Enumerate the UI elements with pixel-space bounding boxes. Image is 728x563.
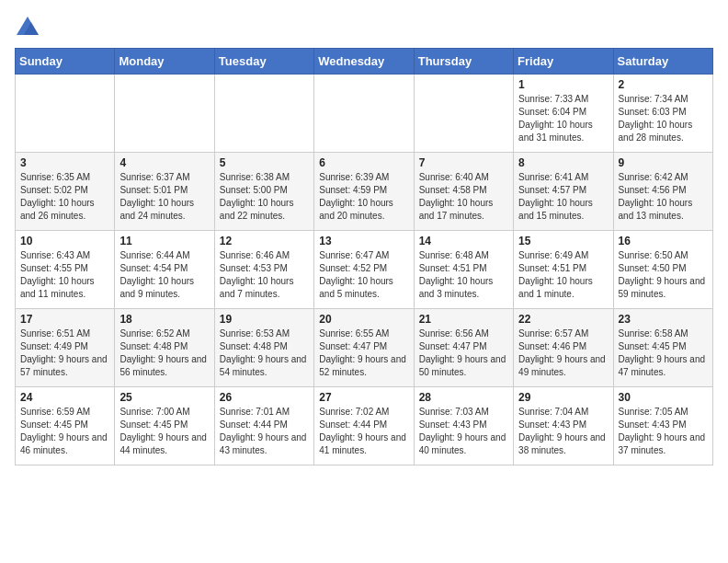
day-number: 26	[220, 391, 309, 404]
day-number: 1	[518, 78, 608, 91]
day-info: Sunrise: 6:48 AM Sunset: 4:51 PM Dayligh…	[419, 249, 508, 301]
day-info: Sunrise: 7:05 AM Sunset: 4:43 PM Dayligh…	[619, 406, 708, 457]
calendar-cell: 27Sunrise: 7:02 AM Sunset: 4:44 PM Dayli…	[314, 387, 414, 465]
day-info: Sunrise: 6:55 AM Sunset: 4:47 PM Dayligh…	[319, 327, 408, 379]
day-info: Sunrise: 6:58 AM Sunset: 4:45 PM Dayligh…	[619, 327, 708, 379]
calendar-cell: 30Sunrise: 7:05 AM Sunset: 4:43 PM Dayli…	[613, 387, 712, 465]
calendar-cell: 11Sunrise: 6:44 AM Sunset: 4:54 PM Dayli…	[115, 231, 214, 309]
calendar-cell: 6Sunrise: 6:39 AM Sunset: 4:59 PM Daylig…	[314, 153, 414, 231]
calendar-cell: 28Sunrise: 7:03 AM Sunset: 4:43 PM Dayli…	[414, 387, 513, 465]
calendar-cell	[16, 75, 115, 153]
day-number: 16	[619, 235, 708, 247]
calendar-cell: 18Sunrise: 6:52 AM Sunset: 4:48 PM Dayli…	[115, 309, 214, 387]
day-number: 12	[220, 235, 309, 247]
day-number: 28	[419, 391, 508, 404]
day-info: Sunrise: 6:50 AM Sunset: 4:50 PM Dayligh…	[619, 249, 708, 301]
calendar-cell: 20Sunrise: 6:55 AM Sunset: 4:47 PM Dayli…	[314, 309, 414, 387]
calendar-cell: 23Sunrise: 6:58 AM Sunset: 4:45 PM Dayli…	[613, 309, 712, 387]
calendar-cell: 21Sunrise: 6:56 AM Sunset: 4:47 PM Dayli…	[414, 309, 513, 387]
day-info: Sunrise: 6:53 AM Sunset: 4:48 PM Dayligh…	[220, 327, 309, 379]
calendar-cell: 2Sunrise: 7:34 AM Sunset: 6:03 PM Daylig…	[613, 75, 712, 153]
day-number: 25	[119, 391, 209, 404]
day-info: Sunrise: 7:33 AM Sunset: 6:04 PM Dayligh…	[518, 93, 608, 144]
day-info: Sunrise: 6:52 AM Sunset: 4:48 PM Dayligh…	[119, 327, 209, 379]
day-info: Sunrise: 6:46 AM Sunset: 4:53 PM Dayligh…	[220, 249, 309, 301]
header-day-tuesday: Tuesday	[214, 49, 313, 75]
calendar-cell: 4Sunrise: 6:37 AM Sunset: 5:01 PM Daylig…	[115, 153, 214, 231]
day-number: 18	[119, 313, 209, 326]
day-number: 17	[20, 313, 109, 326]
day-info: Sunrise: 6:57 AM Sunset: 4:46 PM Dayligh…	[518, 327, 608, 379]
header-day-sunday: Sunday	[16, 49, 115, 75]
calendar-week-row: 24Sunrise: 6:59 AM Sunset: 4:45 PM Dayli…	[16, 387, 713, 465]
day-number: 10	[20, 235, 109, 247]
header-day-wednesday: Wednesday	[314, 49, 414, 75]
calendar-week-row: 10Sunrise: 6:43 AM Sunset: 4:55 PM Dayli…	[16, 231, 713, 309]
calendar-cell: 19Sunrise: 6:53 AM Sunset: 4:48 PM Dayli…	[214, 309, 313, 387]
day-number: 19	[220, 313, 309, 326]
calendar-cell	[314, 75, 414, 153]
calendar-cell: 26Sunrise: 7:01 AM Sunset: 4:44 PM Dayli…	[214, 387, 313, 465]
header-day-saturday: Saturday	[613, 49, 712, 75]
calendar-cell: 7Sunrise: 6:40 AM Sunset: 4:58 PM Daylig…	[414, 153, 513, 231]
day-number: 13	[319, 235, 408, 247]
calendar-cell: 22Sunrise: 6:57 AM Sunset: 4:46 PM Dayli…	[514, 309, 613, 387]
day-info: Sunrise: 7:02 AM Sunset: 4:44 PM Dayligh…	[319, 406, 408, 457]
day-info: Sunrise: 6:44 AM Sunset: 4:54 PM Dayligh…	[119, 249, 209, 301]
day-number: 8	[518, 156, 608, 169]
logo	[15, 15, 44, 40]
header-day-thursday: Thursday	[414, 49, 513, 75]
day-number: 2	[619, 78, 708, 91]
day-info: Sunrise: 6:38 AM Sunset: 5:00 PM Dayligh…	[220, 171, 309, 223]
calendar-cell: 1Sunrise: 7:33 AM Sunset: 6:04 PM Daylig…	[514, 75, 613, 153]
calendar-cell: 25Sunrise: 7:00 AM Sunset: 4:45 PM Dayli…	[115, 387, 214, 465]
day-info: Sunrise: 7:03 AM Sunset: 4:43 PM Dayligh…	[419, 406, 508, 457]
calendar-cell: 10Sunrise: 6:43 AM Sunset: 4:55 PM Dayli…	[16, 231, 115, 309]
day-number: 24	[20, 391, 109, 404]
calendar-cell: 9Sunrise: 6:42 AM Sunset: 4:56 PM Daylig…	[613, 153, 712, 231]
day-number: 23	[619, 313, 708, 326]
day-info: Sunrise: 6:37 AM Sunset: 5:01 PM Dayligh…	[119, 171, 209, 223]
calendar-cell: 17Sunrise: 6:51 AM Sunset: 4:49 PM Dayli…	[16, 309, 115, 387]
day-info: Sunrise: 6:47 AM Sunset: 4:52 PM Dayligh…	[319, 249, 408, 301]
calendar-week-row: 17Sunrise: 6:51 AM Sunset: 4:49 PM Dayli…	[16, 309, 713, 387]
day-number: 6	[319, 156, 408, 169]
day-info: Sunrise: 6:56 AM Sunset: 4:47 PM Dayligh…	[419, 327, 508, 379]
calendar-table: SundayMondayTuesdayWednesdayThursdayFrid…	[15, 48, 713, 465]
day-info: Sunrise: 6:43 AM Sunset: 4:55 PM Dayligh…	[20, 249, 109, 301]
header-day-monday: Monday	[115, 49, 214, 75]
day-info: Sunrise: 7:34 AM Sunset: 6:03 PM Dayligh…	[619, 93, 708, 144]
day-info: Sunrise: 6:49 AM Sunset: 4:51 PM Dayligh…	[518, 249, 608, 301]
day-number: 11	[119, 235, 209, 247]
day-info: Sunrise: 7:00 AM Sunset: 4:45 PM Dayligh…	[119, 406, 209, 457]
day-number: 3	[20, 156, 109, 169]
day-info: Sunrise: 6:59 AM Sunset: 4:45 PM Dayligh…	[20, 406, 109, 457]
calendar-cell	[214, 75, 313, 153]
calendar-cell: 5Sunrise: 6:38 AM Sunset: 5:00 PM Daylig…	[214, 153, 313, 231]
day-number: 29	[518, 391, 608, 404]
day-number: 27	[319, 391, 408, 404]
calendar-cell: 24Sunrise: 6:59 AM Sunset: 4:45 PM Dayli…	[16, 387, 115, 465]
day-number: 20	[319, 313, 408, 326]
calendar-cell: 12Sunrise: 6:46 AM Sunset: 4:53 PM Dayli…	[214, 231, 313, 309]
day-info: Sunrise: 6:39 AM Sunset: 4:59 PM Dayligh…	[319, 171, 408, 223]
day-info: Sunrise: 6:35 AM Sunset: 5:02 PM Dayligh…	[20, 171, 109, 223]
day-info: Sunrise: 7:01 AM Sunset: 4:44 PM Dayligh…	[220, 406, 309, 457]
day-info: Sunrise: 6:40 AM Sunset: 4:58 PM Dayligh…	[419, 171, 508, 223]
day-number: 30	[619, 391, 708, 404]
logo-icon	[15, 15, 40, 40]
calendar-cell: 3Sunrise: 6:35 AM Sunset: 5:02 PM Daylig…	[16, 153, 115, 231]
calendar-cell	[115, 75, 214, 153]
day-number: 21	[419, 313, 508, 326]
day-number: 15	[518, 235, 608, 247]
calendar-cell: 8Sunrise: 6:41 AM Sunset: 4:57 PM Daylig…	[514, 153, 613, 231]
day-number: 7	[419, 156, 508, 169]
day-number: 5	[220, 156, 309, 169]
calendar-header-row: SundayMondayTuesdayWednesdayThursdayFrid…	[16, 49, 713, 75]
calendar-cell: 13Sunrise: 6:47 AM Sunset: 4:52 PM Dayli…	[314, 231, 414, 309]
calendar-cell: 15Sunrise: 6:49 AM Sunset: 4:51 PM Dayli…	[514, 231, 613, 309]
calendar-cell: 14Sunrise: 6:48 AM Sunset: 4:51 PM Dayli…	[414, 231, 513, 309]
calendar-cell	[414, 75, 513, 153]
calendar-cell: 29Sunrise: 7:04 AM Sunset: 4:43 PM Dayli…	[514, 387, 613, 465]
day-number: 22	[518, 313, 608, 326]
